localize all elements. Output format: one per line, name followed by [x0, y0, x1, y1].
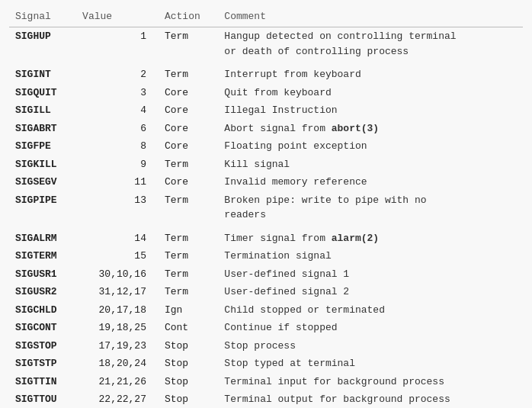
action-cell: Core	[159, 173, 218, 191]
action-cell: Term	[159, 230, 218, 248]
action-cell: Term	[159, 265, 218, 284]
table-row: SIGALRM14TermTimer signal from alarm(2)	[9, 230, 523, 248]
action-cell: Core	[159, 137, 218, 156]
action-cell: Stop	[159, 355, 218, 373]
table-row: SIGHUP1TermHangup detected on controllin…	[9, 27, 523, 61]
value-cell: 6	[76, 120, 159, 138]
value-cell: 21,21,26	[76, 373, 159, 391]
action-cell: Core	[159, 101, 218, 120]
table-row: SIGSEGV11CoreInvalid memory reference	[9, 173, 523, 191]
action-cell: Term	[159, 27, 218, 61]
action-cell: Core	[159, 84, 218, 102]
comment-cell: Floating point exception	[218, 137, 523, 156]
table-row: SIGSTOP17,19,23StopStop process	[9, 337, 523, 355]
comment-cell: Invalid memory reference	[218, 173, 523, 191]
comment-cell: Child stopped or terminated	[218, 301, 523, 320]
table-row: SIGTTOU22,22,27StopTerminal output for b…	[9, 390, 523, 408]
action-cell: Term	[159, 191, 218, 224]
value-cell: 31,12,17	[76, 283, 159, 301]
table-row: SIGCONT19,18,25ContContinue if stopped	[9, 319, 523, 337]
signal-cell: SIGTTIN	[9, 373, 76, 391]
value-cell: 17,19,23	[76, 337, 159, 355]
signal-cell: SIGHUP	[9, 27, 76, 61]
value-cell: 18,20,24	[76, 355, 159, 373]
table-header-row: Signal Value Action Comment	[9, 8, 523, 27]
action-cell: Term	[159, 156, 218, 174]
value-cell: 3	[76, 84, 159, 102]
value-cell: 13	[76, 191, 159, 224]
comment-cell: Quit from keyboard	[218, 84, 523, 102]
action-cell: Stop	[159, 373, 218, 391]
signal-cell: SIGCONT	[9, 319, 76, 337]
value-cell: 19,18,25	[76, 319, 159, 337]
signal-cell: SIGUSR2	[9, 283, 76, 301]
value-cell: 30,10,16	[76, 265, 159, 284]
main-container: Signal Value Action Comment SIGHUP1TermH…	[0, 0, 532, 408]
value-cell: 11	[76, 173, 159, 191]
comment-cell: Interrupt from keyboard	[218, 66, 523, 84]
value-cell: 2	[76, 66, 159, 84]
value-cell: 22,22,27	[76, 390, 159, 408]
comment-cell: Stop process	[218, 337, 523, 355]
signal-cell: SIGCHLD	[9, 301, 76, 320]
comment-cell: Kill signal	[218, 156, 523, 174]
comment-cell: Broken pipe: write to pipe with noreader…	[218, 191, 523, 224]
value-cell: 8	[76, 137, 159, 156]
table-row: SIGILL4CoreIllegal Instruction	[9, 101, 523, 120]
signal-cell: SIGINT	[9, 66, 76, 84]
table-row: SIGFPE8CoreFloating point exception	[9, 137, 523, 156]
col-header-comment: Comment	[218, 8, 523, 27]
comment-cell: Continue if stopped	[218, 319, 523, 337]
comment-cell: Illegal Instruction	[218, 101, 523, 120]
action-cell: Term	[159, 283, 218, 301]
comment-cell: Terminal input for background process	[218, 373, 523, 391]
table-row: SIGPIPE13TermBroken pipe: write to pipe …	[9, 191, 523, 224]
comment-cell: Termination signal	[218, 247, 523, 265]
signal-cell: SIGILL	[9, 101, 76, 120]
comment-cell: Hangup detected on controlling terminalo…	[218, 27, 523, 61]
comment-cell: User-defined signal 1	[218, 265, 523, 284]
signal-cell: SIGTERM	[9, 247, 76, 265]
signal-cell: SIGSEGV	[9, 173, 76, 191]
action-cell: Term	[159, 247, 218, 265]
table-row: SIGUSR231,12,17TermUser-defined signal 2	[9, 283, 523, 301]
action-cell: Stop	[159, 390, 218, 408]
signal-cell: SIGABRT	[9, 120, 76, 138]
comment-cell: Terminal output for background process	[218, 390, 523, 408]
comment-cell: Timer signal from alarm(2)	[218, 230, 523, 248]
value-cell: 9	[76, 156, 159, 174]
comment-cell: Stop typed at terminal	[218, 355, 523, 373]
signal-cell: SIGSTOP	[9, 337, 76, 355]
signal-cell: SIGQUIT	[9, 84, 76, 102]
action-cell: Term	[159, 66, 218, 84]
signal-cell: SIGUSR1	[9, 265, 76, 284]
col-header-value: Value	[76, 8, 159, 27]
action-cell: Stop	[159, 337, 218, 355]
value-cell: 14	[76, 230, 159, 248]
table-row: SIGTSTP18,20,24StopStop typed at termina…	[9, 355, 523, 373]
signal-cell: SIGFPE	[9, 137, 76, 156]
action-cell: Ign	[159, 301, 218, 320]
table-row: SIGUSR130,10,16TermUser-defined signal 1	[9, 265, 523, 284]
signal-cell: SIGPIPE	[9, 191, 76, 224]
signal-cell: SIGALRM	[9, 230, 76, 248]
table-row: SIGKILL9TermKill signal	[9, 156, 523, 174]
table-row: SIGQUIT3CoreQuit from keyboard	[9, 84, 523, 102]
value-cell: 4	[76, 101, 159, 120]
table-row: SIGTTIN21,21,26StopTerminal input for ba…	[9, 373, 523, 391]
action-cell: Cont	[159, 319, 218, 337]
col-header-action: Action	[159, 8, 218, 27]
value-cell: 15	[76, 247, 159, 265]
signals-table: Signal Value Action Comment SIGHUP1TermH…	[9, 8, 523, 408]
table-row: SIGINT2TermInterrupt from keyboard	[9, 66, 523, 84]
value-cell: 20,17,18	[76, 301, 159, 320]
table-row: SIGTERM15TermTermination signal	[9, 247, 523, 265]
table-row: SIGABRT6CoreAbort signal from abort(3)	[9, 120, 523, 138]
action-cell: Core	[159, 120, 218, 138]
comment-cell: User-defined signal 2	[218, 283, 523, 301]
signal-cell: SIGKILL	[9, 156, 76, 174]
comment-cell: Abort signal from abort(3)	[218, 120, 523, 138]
table-row: SIGCHLD20,17,18IgnChild stopped or termi…	[9, 301, 523, 320]
col-header-signal: Signal	[9, 8, 76, 27]
signal-cell: SIGTTOU	[9, 390, 76, 408]
